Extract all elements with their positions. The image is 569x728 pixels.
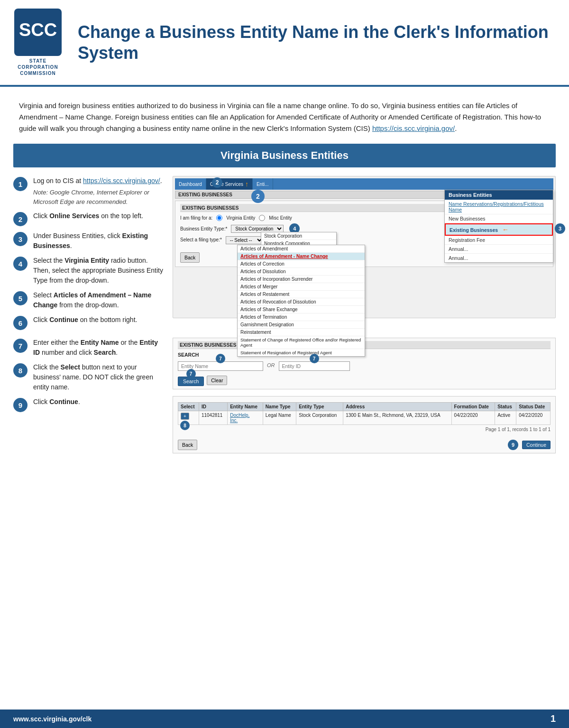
dropdown-item-annual2[interactable]: Annual... (445, 254, 553, 262)
step-2: 2 Click Online Services on the top left. (13, 211, 165, 226)
cell-select: + 8 (178, 411, 199, 425)
step-2-circle: 2 (13, 212, 28, 226)
step-4-text: Select the Virginia Entity radio button.… (33, 256, 165, 286)
ft-revocation[interactable]: Articles of Revocation of Dissolution (238, 298, 365, 306)
entity-type-select[interactable]: Stock Corporation (231, 225, 284, 233)
step-7-circle: 7 (13, 339, 28, 353)
ft-reinstatement[interactable]: Reinstatement (238, 329, 365, 336)
step-4: 4 Select the Virginia Entity radio butto… (13, 256, 165, 286)
nav-screenshot: Dashboard Online Services ↑ Enti... 2 EX… (173, 176, 556, 318)
back-button-results[interactable]: Back (178, 440, 197, 450)
step-8-circle: 8 (13, 363, 28, 378)
entity-type-label: Business Entity Type:* (180, 226, 227, 231)
step-9-text: Click Continue. (33, 397, 80, 407)
dropdown-title: Business Entities (445, 190, 553, 200)
step-6-text: Click Continue on the bottom right. (33, 315, 137, 325)
business-entities-dropdown: Business Entities Name Reservations/Regi… (444, 190, 553, 263)
entity-name-link[interactable]: DocHelp,Inc. (230, 413, 249, 423)
col-status: Status (495, 403, 516, 411)
cell-status: Active (495, 411, 516, 425)
results-section: Select ID Entity Name Name Type Entity T… (173, 396, 556, 453)
badge-3-inline: 3 (555, 223, 565, 234)
step-4-circle: 4 (13, 257, 28, 271)
continue-group: 9 Continue (508, 440, 551, 450)
step-2-text: Click Online Services on the top left. (33, 211, 143, 221)
page-title: Change a Business Entity Name in the Cle… (78, 22, 556, 63)
step-8: 8 Click the Select button next to your b… (13, 362, 165, 392)
ft-amendment-name-change[interactable]: Articles of Amendment - Name Change (238, 253, 365, 260)
cell-entity-type: Stock Corporation (296, 411, 343, 425)
ft-restatement[interactable]: Articles of Restatement (238, 291, 365, 298)
select-btn-group: + 8 (181, 413, 189, 420)
col-status-date: Status Date (516, 403, 551, 411)
step-8-text: Click the Select button next to your bus… (33, 362, 165, 392)
cis-link[interactable]: https://cis.scc.virginia.gov/ (372, 124, 455, 132)
step-1: 1 Log on to CIS at https://cis.scc.virgi… (13, 176, 165, 206)
badge-7-entity-id: 7 (310, 354, 319, 363)
misc-radio[interactable] (259, 215, 265, 221)
steps-col-right: 7 Enter either the Entity Name or the En… (13, 338, 165, 412)
section-header: Virginia Business Entities (13, 144, 556, 167)
step-7-text: Enter either the Entity Name or the Enti… (33, 338, 165, 358)
clear-button[interactable]: Clear (207, 376, 227, 385)
step-3-text: Under Business Entities, click Existing … (33, 231, 165, 251)
badge-8: 8 (180, 421, 190, 430)
intro-text: Virginia and foreign business entities a… (19, 100, 550, 134)
step-1-link[interactable]: https://cis.scc.virginia.gov/ (83, 177, 160, 184)
ft-change-reg-office[interactable]: Statement of Change of Registered Office… (238, 336, 365, 349)
dropdown-item-new-biz[interactable]: New Businesses (445, 214, 553, 223)
misc-label: Misc Entity (269, 215, 292, 221)
col-name-type: Name Type (263, 403, 296, 411)
step-3-circle: 3 (13, 232, 28, 246)
step-6-circle: 6 (13, 316, 28, 330)
scc-logo: SCC (14, 9, 62, 56)
ft-garnishment[interactable]: Garnishment Designation (238, 321, 365, 329)
step-5: 5 Select Articles of Amendment – Name Ch… (13, 290, 165, 310)
nav-tab-enti[interactable]: Enti... (253, 178, 273, 190)
arrow-up-icon: ↑ (245, 180, 248, 188)
dropdown-item-reg-fee[interactable]: Registration Fee (445, 236, 553, 245)
cell-formation: 04/22/2020 (451, 411, 495, 425)
dropdown-item-annual1[interactable]: Annual... (445, 245, 553, 254)
ft-correction[interactable]: Articles of Correction (238, 260, 365, 268)
ft-termination[interactable]: Articles of Termination (238, 313, 365, 321)
badge-2-nav: 2 (212, 177, 222, 188)
col-id: ID (199, 403, 227, 411)
badge-9: 9 (508, 440, 518, 450)
ft-share-exchange[interactable]: Articles of Share Exchange (238, 306, 365, 313)
continue-button-results[interactable]: Continue (522, 441, 551, 449)
ft-amendment[interactable]: Articles of Amendment (238, 245, 365, 253)
cell-status-date: 04/22/2020 (516, 411, 551, 425)
ft-resignation[interactable]: Statement of Resignation of Registered A… (238, 349, 365, 356)
main-content: 1 Log on to CIS at https://cis.scc.virgi… (0, 167, 569, 463)
ft-merger[interactable]: Articles of Merger (238, 283, 365, 291)
search-btn-group: 7 Search (178, 375, 204, 386)
ft-incorp-surrender[interactable]: Articles of Incorporation Surrender (238, 276, 365, 283)
footer-url: www.scc.virginia.gov/clk (13, 715, 92, 723)
svg-text:SCC: SCC (19, 20, 57, 40)
header: SCC STATE CORPORATION COMMISSION Change … (0, 0, 569, 87)
back-button-form[interactable]: Back (180, 252, 200, 263)
filing-type-dropdown: Articles of Amendment Articles of Amendm… (237, 245, 365, 357)
footer-page: 1 (551, 713, 556, 724)
step-3: 3 Under Business Entities, click Existin… (13, 231, 165, 251)
step-5-text: Select Articles of Amendment – Name Chan… (33, 290, 165, 310)
cell-name: DocHelp,Inc. (228, 411, 263, 425)
virginia-radio[interactable] (216, 215, 222, 221)
dropdown-item-existing[interactable]: Existing Businesses 3 ← (445, 223, 553, 236)
steps-row-1: 1 Log on to CIS at https://cis.scc.virgi… (13, 176, 556, 330)
cell-address: 1300 E Main St., Richmond, VA, 23219, US… (343, 411, 451, 425)
screenshots-top: Dashboard Online Services ↑ Enti... 2 EX… (173, 176, 556, 318)
badge-7-search: 7 (186, 369, 196, 378)
logo-area: SCC STATE CORPORATION COMMISSION (9, 9, 66, 76)
search-buttons-row: 7 Search Clear (178, 375, 551, 386)
nav-tab-dashboard[interactable]: Dashboard (175, 178, 206, 190)
badge-7-entity-name: 7 (216, 354, 225, 363)
select-button[interactable]: + (181, 413, 189, 420)
step-9: 9 Click Continue. (13, 397, 165, 412)
table-row: + 8 11042811 DocHelp,Inc. Legal Name Sto… (178, 411, 551, 425)
ft-dissolution[interactable]: Articles of Dissolution (238, 268, 365, 276)
filing-type-select[interactable]: -- Select -- (226, 236, 264, 244)
et-stock[interactable]: Stock Corporation (261, 232, 336, 240)
dropdown-item-name-res[interactable]: Name Reservations/Registrations/Fictitio… (445, 200, 553, 214)
